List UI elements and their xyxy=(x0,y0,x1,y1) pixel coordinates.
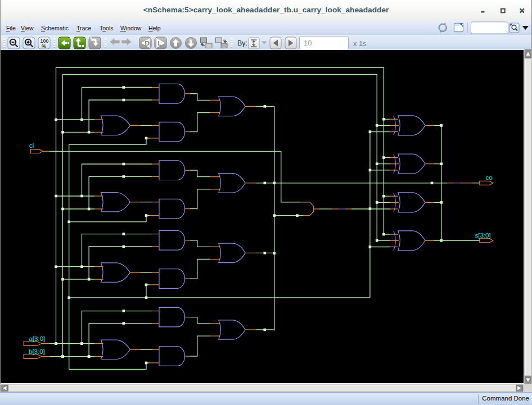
svg-text:L: L xyxy=(158,40,162,47)
svg-text:D: D xyxy=(145,40,150,47)
svg-text:s[3:0]: s[3:0] xyxy=(475,232,491,239)
svg-text:co: co xyxy=(486,174,493,181)
svg-text:%: % xyxy=(42,43,46,49)
svg-text:ci: ci xyxy=(29,142,34,149)
svg-text:10: 10 xyxy=(304,39,312,47)
svg-text:b[3:0]: b[3:0] xyxy=(29,348,45,354)
svg-text:x 1s: x 1s xyxy=(353,39,367,48)
svg-text:a[3:0]: a[3:0] xyxy=(29,335,46,342)
svg-text:By:: By: xyxy=(237,39,247,47)
